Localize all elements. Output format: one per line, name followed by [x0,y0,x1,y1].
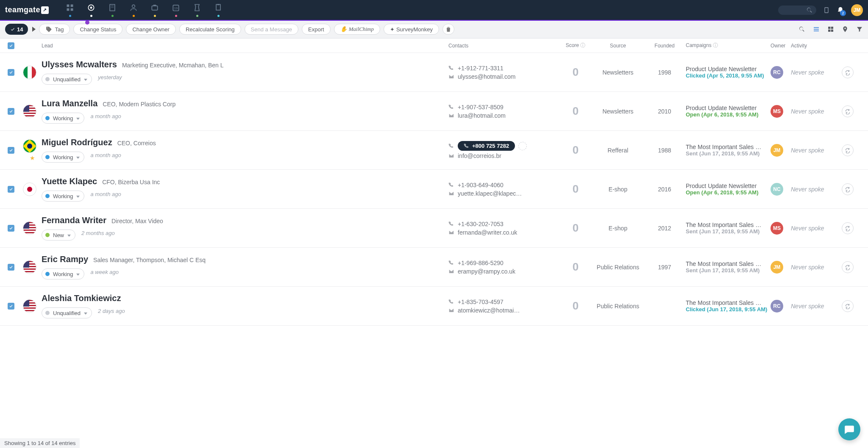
list-view-icon[interactable] [813,26,820,33]
recalculate-button[interactable]: Recalculate Scoring [179,24,241,35]
clipboard-icon[interactable] [823,7,830,14]
owner-avatar[interactable]: MS [771,105,783,118]
owner-avatar[interactable]: RC [771,300,783,312]
owner-avatar[interactable]: MS [771,222,783,235]
col-founded[interactable]: Founded [643,43,686,49]
row-checkbox[interactable] [8,147,14,154]
phone-text[interactable]: +1-969-886-5290 [458,260,504,266]
email-text[interactable]: ulysses@hotmail.com [458,73,515,80]
row-checkbox[interactable] [8,303,14,310]
status-select[interactable]: Working [42,268,84,279]
owner-avatar[interactable]: NC [771,183,783,196]
lead-name[interactable]: Eric Rampy [42,254,88,264]
status-select[interactable]: Working [42,152,84,163]
phone-text[interactable]: +1-903-649-4060 [458,182,504,188]
email-text[interactable]: atomkiewicz@hotmai… [458,307,520,314]
change-owner-label: Change Owner [132,26,169,33]
refresh-button[interactable] [842,144,854,156]
owner-avatar[interactable]: RC [771,66,783,79]
refresh-button[interactable] [842,105,854,117]
col-source[interactable]: Source [593,43,643,49]
score-value: 0 [573,221,579,234]
refresh-button[interactable] [842,66,854,78]
nav-item-7[interactable] [214,3,223,17]
lead-name[interactable]: Aleshia Tomkiewicz [42,293,121,303]
lead-name[interactable]: Fernanda Writer [42,216,106,225]
brand-logo[interactable]: teamgate ↗ [5,6,49,14]
lead-name[interactable]: Yuette Klapec [42,177,97,186]
phone-text[interactable]: +1-835-703-4597 [458,299,504,305]
refresh-button[interactable] [842,300,854,312]
lead-name[interactable]: Miguel Rodríguez [42,138,112,147]
global-search[interactable] [778,6,816,15]
change-owner-button[interactable]: Change Owner [126,24,175,35]
grid-view-icon[interactable] [827,26,834,33]
col-lead[interactable]: Lead [42,43,448,49]
phone-icon [448,260,454,266]
export-button[interactable]: Export [302,24,331,35]
email-text[interactable]: info@correios.br [458,152,501,159]
phone-extra-icon[interactable] [518,142,527,150]
filter-icon[interactable] [856,26,863,33]
refresh-icon [845,186,851,192]
email-text[interactable]: lura@hotmail.com [458,112,506,119]
nav-item-4[interactable] [150,3,159,17]
phone-text[interactable]: +1-907-537-8509 [458,104,504,111]
table-header: Lead Contacts Score ⓘ Source Founded Cam… [0,39,868,53]
nav-item-1[interactable] [87,3,95,17]
lead-name[interactable]: Ulysses Mcwalters [42,60,117,69]
nav-item-2[interactable] [108,3,117,17]
refresh-button[interactable] [842,222,854,234]
col-score[interactable]: Score ⓘ [559,42,593,49]
phone-text[interactable]: +1-912-771-3311 [458,65,504,72]
col-contacts[interactable]: Contacts [448,43,559,49]
row-checkbox[interactable] [8,69,14,76]
lead-name[interactable]: Lura Manzella [42,99,97,108]
col-activity[interactable]: Activity [791,43,842,49]
nav-icon-5: 19 [172,3,180,12]
surveymonkey-button[interactable]: ✦SurveyMonkey [384,24,439,35]
status-select[interactable]: Working [42,191,84,202]
delete-button[interactable] [442,24,454,35]
col-owner[interactable]: Owner [771,43,791,49]
nav-item-6[interactable] [193,3,201,17]
phone-icon [448,143,454,149]
owner-avatar[interactable]: JM [771,261,783,274]
nav-item-3[interactable] [129,3,138,17]
notifications-button[interactable]: 2 [837,6,844,14]
email-text[interactable]: fernanda@writer.co.uk [458,229,517,236]
row-checkbox[interactable] [8,264,14,271]
select-all-checkbox[interactable] [8,42,14,49]
email-text[interactable]: erampy@rampy.co.uk [458,268,515,275]
phone-text[interactable]: +1-630-202-7053 [458,221,504,227]
svg-rect-6 [110,4,115,11]
status-select[interactable]: Working [42,113,84,124]
col-campaigns[interactable]: Campaigns ⓘ [686,42,771,49]
play-icon[interactable] [32,27,36,32]
refresh-button[interactable] [842,183,854,195]
country-flag-icon [23,299,36,313]
row-checkbox[interactable] [8,108,14,115]
toolbar-search-icon[interactable] [798,26,805,33]
row-checkbox[interactable] [8,186,14,193]
nav-item-0[interactable] [66,3,74,17]
founded-value: 1988 [643,147,686,154]
status-select[interactable]: Unqualified [42,307,92,318]
map-view-icon[interactable] [842,26,849,33]
mailchimp-button[interactable]: ✋MailChimp [334,24,380,35]
phone-pill[interactable]: +800 725 7282 [458,141,515,151]
status-select[interactable]: Unqualified [42,74,92,85]
refresh-button[interactable] [842,261,854,273]
owner-avatar[interactable]: JM [771,144,783,157]
change-status-button[interactable]: Change Status [73,24,122,35]
nav-item-5[interactable]: 19 [172,3,180,17]
tag-button[interactable]: Tag [39,24,70,35]
campaign-name: Product Update Newsletter [686,66,762,72]
user-menu[interactable]: JM [851,4,863,16]
lead-row: Yuette KlapecCFO, Bizerba Usa IncWorking… [0,170,868,209]
status-select[interactable]: New [42,230,75,241]
row-checkbox[interactable] [8,225,14,232]
email-text[interactable]: yuette.klapec@klapec… [458,190,522,197]
selected-count-chip[interactable]: 14 [5,24,28,35]
star-icon[interactable]: ★ [23,155,42,161]
